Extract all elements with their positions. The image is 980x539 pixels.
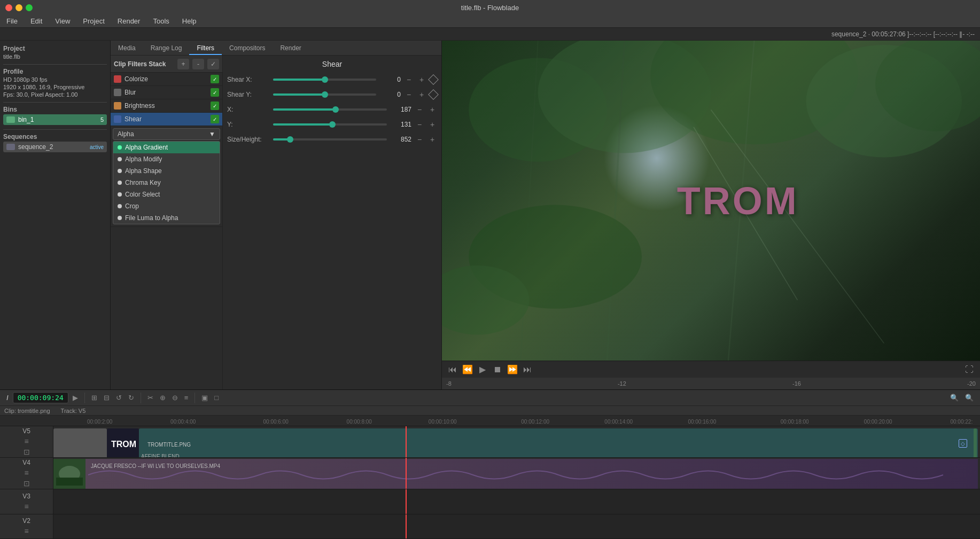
tab-rangelog[interactable]: Range Log xyxy=(143,42,190,55)
preview-skip-end[interactable]: ⏭ xyxy=(521,363,534,376)
x-slider[interactable] xyxy=(273,108,387,111)
preview-skip-start[interactable]: ⏮ xyxy=(446,363,459,376)
tl-tool2[interactable]: ⊟ xyxy=(102,393,112,403)
tl-tool10[interactable]: □ xyxy=(212,393,221,403)
preview-play[interactable]: ▶ xyxy=(476,363,489,376)
tl-tool8[interactable]: ≡ xyxy=(182,393,191,403)
filter-colorize-check[interactable]: ✓ xyxy=(211,75,219,83)
alpha-item-modify[interactable]: Alpha Modify xyxy=(113,153,220,165)
menu-edit[interactable]: Edit xyxy=(28,16,44,26)
filter-colorize[interactable]: Colorize ✓ xyxy=(111,73,222,86)
filter-brightness-label: Brightness xyxy=(125,102,207,110)
bin-item[interactable]: bin_1 5 xyxy=(3,114,107,125)
track-v2-icon1[interactable]: ≡ xyxy=(24,527,28,535)
shear-x-plus[interactable]: + xyxy=(417,75,426,84)
shear-y-plus[interactable]: + xyxy=(417,90,426,99)
alpha-item-gradient[interactable]: Alpha Gradient xyxy=(113,142,220,153)
tl-tool7[interactable]: ⊖ xyxy=(170,393,180,403)
alpha-item-colorselect[interactable]: Color Select xyxy=(113,189,220,200)
track-v5-icon2[interactable]: ⊡ xyxy=(24,448,30,456)
tab-filters[interactable]: Filters xyxy=(189,42,222,55)
preview-stop[interactable]: ⏹ xyxy=(491,363,504,376)
filter-shear-check[interactable]: ✓ xyxy=(211,115,219,123)
v4-main-clip[interactable]: JACQUE FRESCO --IF WI LVE TO OURSELVES.M… xyxy=(53,459,978,489)
menu-help[interactable]: Help xyxy=(180,16,199,26)
tl-play-btn[interactable]: ▶ xyxy=(71,393,80,403)
shear-x-keyframe[interactable] xyxy=(428,74,439,85)
bin-count: 5 xyxy=(100,116,104,123)
x-row: X: 187 − + xyxy=(227,105,437,114)
tl-tool1[interactable]: ⊞ xyxy=(89,393,99,403)
tab-render[interactable]: Render xyxy=(273,42,308,55)
track-v5-icon1[interactable]: ≡ xyxy=(24,437,28,446)
x-minus[interactable]: − xyxy=(415,105,424,114)
sequences-section: Sequences xyxy=(3,133,107,140)
filters-panel: Clip Filters Stack + - ✓ Colorize ✓ Blur… xyxy=(111,56,441,389)
menu-project[interactable]: Project xyxy=(81,16,106,26)
preview-fullscreen[interactable]: ⛶ xyxy=(963,363,976,376)
tab-compositors[interactable]: Compositors xyxy=(222,42,273,55)
v5-filename: TROMTITLE.PNG xyxy=(147,442,191,448)
size-plus[interactable]: + xyxy=(427,135,437,144)
shear-y-minus[interactable]: − xyxy=(404,90,414,99)
filter-brightness-check[interactable]: ✓ xyxy=(211,101,219,110)
ruler-10: 00:00:10:00 xyxy=(429,419,457,425)
tl-italic-btn[interactable]: I xyxy=(4,393,11,403)
preview-next-frame[interactable]: ⏩ xyxy=(506,363,519,376)
filter-check-button[interactable]: ✓ xyxy=(207,59,219,69)
sequence-item[interactable]: sequence_2 active xyxy=(3,142,107,152)
alpha-item-fileluma[interactable]: File Luma to Alpha xyxy=(113,212,220,224)
filter-shear[interactable]: Shear ✓ xyxy=(111,113,222,126)
x-plus[interactable]: + xyxy=(427,105,437,114)
size-slider[interactable] xyxy=(273,138,387,140)
tl-zoom-in[interactable]: 🔍 xyxy=(948,393,961,403)
alpha-item-shape[interactable]: Alpha Shape xyxy=(113,165,220,177)
tl-tool4[interactable]: ↻ xyxy=(126,393,136,403)
alpha-dropdown-arrow: ▼ xyxy=(209,130,215,138)
size-minus[interactable]: − xyxy=(415,135,424,144)
track-v3-icon1[interactable]: ≡ xyxy=(24,502,28,511)
alpha-dot-gradient xyxy=(118,145,122,150)
tl-tool3[interactable]: ↺ xyxy=(114,393,124,403)
shear-y-keyframe[interactable] xyxy=(428,89,439,100)
track-v4-icon1[interactable]: ≡ xyxy=(24,468,28,477)
shear-y-slider[interactable] xyxy=(273,93,376,96)
menu-render[interactable]: Render xyxy=(115,16,143,26)
alpha-item-chroma[interactable]: Chroma Key xyxy=(113,177,220,189)
shear-x-slider[interactable] xyxy=(273,79,376,81)
alpha-item-crop[interactable]: Crop xyxy=(113,200,220,212)
timeline-timecode[interactable]: 00:00:09:24 xyxy=(13,392,68,403)
menu-view[interactable]: View xyxy=(53,16,72,26)
project-name: title.flb xyxy=(3,53,107,60)
filter-remove-button[interactable]: - xyxy=(192,59,204,69)
y-slider[interactable] xyxy=(273,123,387,126)
preview-area: TROM ⏮ ⏪ ▶ ⏹ ⏩ ⏭ ⛶ -8 -12 -16 -20 xyxy=(442,41,980,389)
track-v4-name: V4 xyxy=(22,459,30,466)
v5-clip-end-handle[interactable] xyxy=(974,428,977,457)
size-label: Size/Height: xyxy=(227,136,270,143)
tl-tool5[interactable]: ✂ xyxy=(145,393,155,403)
v5-trom-clip[interactable]: TROM xyxy=(107,428,139,457)
tl-tool6[interactable]: ⊕ xyxy=(158,393,168,403)
v5-main-clip[interactable]: TROMTITLE.PNG AFFINE BLEND ◇ xyxy=(139,428,978,457)
y-minus[interactable]: − xyxy=(415,120,424,129)
window-buttons[interactable] xyxy=(5,4,33,11)
tl-tool9[interactable]: ▣ xyxy=(199,393,210,403)
maximize-button[interactable] xyxy=(26,4,33,11)
filter-brightness[interactable]: Brightness ✓ xyxy=(111,99,222,113)
v5-thumb-clip[interactable] xyxy=(53,428,107,457)
preview-prev-frame[interactable]: ⏪ xyxy=(461,363,474,376)
minimize-button[interactable] xyxy=(15,4,22,11)
filter-add-button[interactable]: + xyxy=(177,59,189,69)
y-plus[interactable]: + xyxy=(427,120,437,129)
filter-blur[interactable]: Blur ✓ xyxy=(111,86,222,99)
menu-tools[interactable]: Tools xyxy=(151,16,171,26)
close-button[interactable] xyxy=(5,4,12,11)
tab-media[interactable]: Media xyxy=(111,42,143,55)
shear-x-minus[interactable]: − xyxy=(404,75,414,84)
tl-zoom-out[interactable]: 🔍 xyxy=(963,393,976,403)
track-v4-icon2[interactable]: ⊡ xyxy=(24,479,30,488)
filter-blur-check[interactable]: ✓ xyxy=(211,88,219,97)
alpha-dropdown[interactable]: Alpha ▼ xyxy=(113,128,220,140)
menu-file[interactable]: File xyxy=(4,16,20,26)
